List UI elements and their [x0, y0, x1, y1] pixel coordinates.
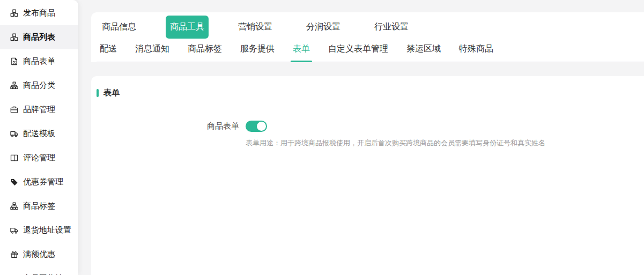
sidebar-item-label: 商品标签	[23, 201, 55, 211]
primary-tab[interactable]: 商品工具	[166, 16, 209, 39]
product-form-help: 表单用途：用于跨境商品报税使用，开启后首次购买跨境商品的会员需要填写身份证号和真…	[246, 138, 644, 148]
sidebar-item[interactable]: 满额优惠	[0, 242, 78, 266]
secondary-tab[interactable]: 表单	[293, 39, 310, 62]
primary-tab[interactable]: 商品信息	[98, 16, 140, 39]
sidebar-item[interactable]: 退货地址设置	[0, 218, 78, 242]
sidebar-item-label: 商品列表	[23, 32, 55, 42]
tag-icon	[10, 178, 18, 187]
product-form-row: 商品表单	[97, 121, 644, 132]
sidebar-item-label: 商品表单	[23, 56, 55, 66]
sitemap-icon	[10, 81, 18, 90]
gift-icon	[10, 250, 18, 259]
sidebar-item[interactable]: 优惠券管理	[0, 170, 78, 194]
sidebar-item[interactable]: 配送模板	[0, 122, 78, 146]
secondary-tab-label: 自定义表单管理	[328, 44, 388, 53]
secondary-tab[interactable]: 消息通知	[135, 39, 169, 62]
sidebar-item[interactable]: 商品表单	[0, 49, 78, 73]
primary-tab-label: 商品信息	[102, 22, 136, 31]
primary-tab-label: 商品工具	[170, 22, 204, 31]
sidebar-item[interactable]: 评论管理	[0, 146, 78, 170]
secondary-tab-label: 配送	[100, 44, 117, 53]
secondary-tab-label: 表单	[293, 44, 310, 53]
truck-icon	[10, 226, 18, 235]
sidebar-item-label: 品牌管理	[23, 105, 55, 115]
secondary-tabs: 配送 消息通知 商品标签 服务提供 表单 自定义表单管理 禁运区域 特殊商品	[97, 39, 644, 62]
product-form-label: 商品表单	[97, 121, 239, 131]
file-excel-icon	[10, 57, 18, 66]
truck-icon	[10, 130, 18, 138]
secondary-tab[interactable]: 特殊商品	[459, 39, 493, 62]
sidebar-item-label: 配送模板	[23, 129, 55, 139]
sidebar-item[interactable]: 发布商品	[0, 1, 78, 25]
toggle-knob	[257, 122, 266, 131]
primary-tab-label: 行业设置	[374, 22, 409, 31]
sidebar-menu: 发布商品 商品列表 商品表单 商品分类 品牌管理 配送模板 评论管理	[0, 1, 78, 275]
cubes-icon	[10, 33, 18, 42]
section-title-text: 表单	[103, 88, 120, 98]
columns-icon	[10, 154, 18, 162]
secondary-tab-label: 特殊商品	[459, 44, 493, 53]
sidebar-item[interactable]: 商品列表	[0, 25, 78, 49]
sidebar-item[interactable]: 商品回收站	[0, 266, 78, 275]
secondary-tab-label: 禁运区域	[406, 44, 441, 53]
sidebar-item[interactable]: 商品标签	[0, 194, 78, 218]
secondary-tab-label: 服务提供	[240, 44, 275, 53]
sidebar-item-label: 商品分类	[23, 80, 55, 91]
briefcase-icon	[10, 106, 18, 114]
secondary-tab[interactable]: 自定义表单管理	[328, 39, 388, 62]
section-title-bar	[97, 89, 99, 97]
primary-tabs: 商品信息 商品工具 营销设置 分润设置 行业设置	[97, 16, 644, 39]
section-title: 表单	[97, 88, 644, 98]
secondary-tab-label: 消息通知	[135, 44, 169, 53]
sidebar-item-label: 优惠券管理	[23, 177, 63, 187]
secondary-tab[interactable]: 禁运区域	[406, 39, 441, 62]
primary-tab-label: 分润设置	[306, 22, 340, 31]
tabs-card: 商品信息 商品工具 营销设置 分润设置 行业设置 配送 消息通知 商品标签	[91, 12, 644, 62]
top-spacer	[78, 0, 644, 12]
main-area: 商品信息 商品工具 营销设置 分润设置 行业设置 配送 消息通知 商品标签	[78, 0, 644, 275]
product-form-toggle[interactable]	[246, 121, 267, 132]
secondary-tab-label: 商品标签	[188, 44, 222, 53]
secondary-tab[interactable]: 商品标签	[188, 39, 222, 62]
sidebar-item-label: 满额优惠	[23, 249, 55, 259]
sidebar-item-label: 退货地址设置	[23, 225, 71, 235]
primary-tab[interactable]: 营销设置	[234, 16, 277, 39]
sitemap-icon	[10, 202, 18, 211]
cubes-icon	[10, 9, 18, 18]
secondary-tab[interactable]: 配送	[100, 39, 117, 62]
sidebar-item[interactable]: 品牌管理	[0, 98, 78, 122]
primary-tab-label: 营销设置	[238, 22, 272, 31]
secondary-tab[interactable]: 服务提供	[240, 39, 275, 62]
sidebar-item-label: 发布商品	[23, 8, 55, 18]
mid-spacer	[78, 62, 644, 76]
content-card: 表单 商品表单 表单用途：用于跨境商品报税使用，开启后首次购买跨境商品的会员需要…	[91, 76, 644, 275]
sidebar: 发布商品 商品列表 商品表单 商品分类 品牌管理 配送模板 评论管理	[0, 0, 78, 275]
sidebar-item[interactable]: 商品分类	[0, 73, 78, 98]
sidebar-item-label: 评论管理	[23, 153, 55, 163]
primary-tab[interactable]: 行业设置	[370, 16, 413, 39]
primary-tab[interactable]: 分润设置	[302, 16, 345, 39]
